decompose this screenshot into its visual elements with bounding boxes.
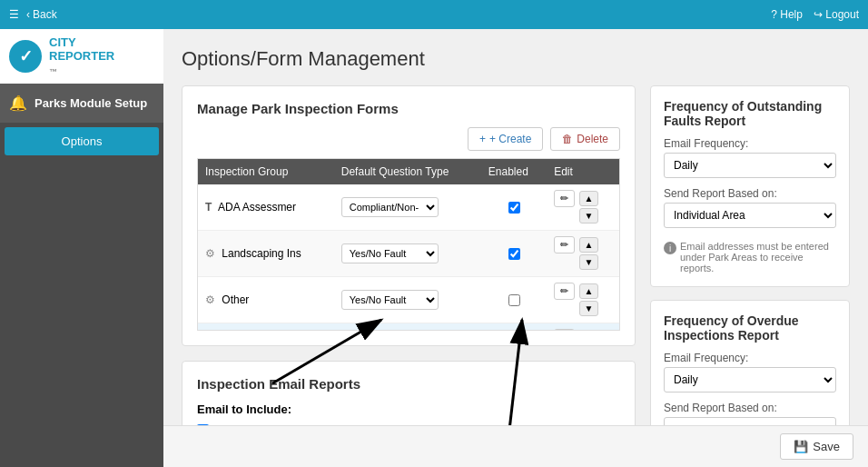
back-label: Back: [33, 8, 57, 21]
move-up-button[interactable]: ▲: [579, 237, 599, 253]
row-name: Landscaping Ins: [222, 247, 301, 260]
bell-icon: 🔔: [9, 94, 27, 112]
edit-button[interactable]: ✏: [554, 283, 575, 300]
move-down-button[interactable]: ▼: [579, 301, 599, 316]
help-icon: ?: [771, 8, 777, 21]
enabled-checkbox[interactable]: [508, 202, 520, 214]
delete-button[interactable]: 🗑 Delete: [550, 127, 620, 151]
move-buttons: ▲ ▼: [578, 236, 600, 271]
help-button[interactable]: ? Help: [771, 8, 803, 21]
freq2-email-label: Email Frequency:: [664, 352, 836, 364]
freq1-note: i Email addresses must be entered under …: [664, 241, 836, 273]
enabled-cell: [488, 248, 539, 260]
edit-button[interactable]: ✏: [554, 329, 575, 331]
type-icon-gear: ⚙: [205, 247, 215, 260]
info-icon: i: [664, 242, 676, 254]
sidebar-item-options[interactable]: Options: [5, 127, 159, 155]
page-title: Options/Form Management: [182, 47, 850, 71]
freq2-send-label: Send Report Based on:: [664, 402, 836, 414]
table-row: T ADA Assessmer Compliant/Non- Yes/No Fa…: [198, 184, 619, 231]
main-content: Manage Park Inspection Forms + + Create …: [182, 85, 636, 467]
enabled-cell: [488, 294, 539, 306]
logo-text: CITY REPORTER ™: [49, 35, 114, 78]
col-enabled: Enabled: [481, 159, 547, 184]
freq1-title: Frequency of Outstanding Faults Report: [664, 99, 836, 128]
col-type: Default Question Type: [334, 159, 481, 184]
logout-icon: ↪: [814, 8, 823, 21]
type-icon-T: T: [205, 201, 212, 214]
top-bar-right: ? Help ↪ Logout: [771, 8, 859, 21]
logo-icon: ✓: [9, 40, 42, 73]
type-icon-gear: ⚙: [205, 293, 215, 306]
plus-icon: +: [479, 133, 486, 145]
col-group: Inspection Group: [198, 159, 334, 184]
chevron-left-icon: ‹: [26, 8, 30, 21]
save-label: Save: [813, 440, 840, 453]
enabled-checkbox[interactable]: [508, 248, 520, 260]
sidebar-nav: Options: [0, 123, 163, 160]
email-card-title: Inspection Email Reports: [197, 376, 620, 392]
back-button[interactable]: ‹ Back: [26, 8, 57, 21]
question-type-select[interactable]: Yes/No Fault Compliant/Non-: [341, 243, 439, 263]
email-include-label: Email to Include:: [197, 402, 620, 416]
save-icon: 💾: [794, 440, 808, 453]
row-name: ADA Assessmer: [218, 201, 296, 214]
move-up-button[interactable]: ▲: [579, 330, 599, 331]
manage-card: Manage Park Inspection Forms + + Create …: [182, 85, 636, 346]
col-edit: Edit: [547, 159, 619, 184]
move-down-button[interactable]: ▼: [579, 254, 599, 270]
table-row-new: ⚙ Yes/No Fault Compliant/Non-: [198, 323, 619, 332]
move-buttons: ▲ ▼: [578, 283, 600, 317]
freq1-send-label: Send Report Based on:: [664, 187, 836, 200]
freq2-title: Frequency of Overdue Inspections Report: [664, 313, 836, 343]
freq1-email-label: Email Frequency:: [664, 137, 836, 150]
table-row: ⚙ Landscaping Ins Yes/No Fault Compliant…: [198, 231, 619, 277]
inspection-table-wrapper: Inspection Group Default Question Type E…: [197, 158, 620, 331]
freq1-note-text: Email addresses must be entered under Pa…: [680, 241, 836, 273]
enabled-checkbox[interactable]: [508, 294, 520, 306]
question-type-select[interactable]: Compliant/Non- Yes/No Fault: [341, 197, 439, 217]
table-toolbar: + + Create 🗑 Delete: [197, 127, 620, 151]
edit-button[interactable]: ✏: [554, 236, 575, 253]
move-up-button[interactable]: ▲: [579, 283, 599, 299]
freq1-send-select[interactable]: Individual Area All Areas: [664, 203, 836, 228]
save-bar: 💾 Save: [163, 425, 868, 467]
question-type-select[interactable]: Yes/No Fault Compliant/Non-: [341, 290, 439, 310]
sidebar: ✓ CITY REPORTER ™ 🔔 Parks Module Setup O…: [0, 29, 163, 467]
move-down-button[interactable]: ▼: [579, 208, 599, 224]
edit-button[interactable]: ✏: [554, 190, 575, 207]
inspection-table: Inspection Group Default Question Type E…: [198, 159, 619, 331]
freq1-email-select[interactable]: Daily Weekly Monthly: [664, 153, 836, 178]
top-bar: ☰ ‹ Back ? Help ↪ Logout: [0, 0, 868, 29]
right-panel: Frequency of Outstanding Faults Report E…: [650, 85, 850, 467]
content-area: Options/Form Management Manage Park Insp…: [163, 29, 868, 467]
sidebar-logo: ✓ CITY REPORTER ™: [0, 29, 163, 84]
enabled-cell: [488, 202, 539, 214]
move-buttons: ▲ ▼: [578, 190, 600, 224]
manage-card-title: Manage Park Inspection Forms: [197, 101, 620, 116]
move-buttons: ▲ ▼: [578, 329, 600, 331]
sidebar-module: 🔔 Parks Module Setup: [0, 84, 163, 123]
top-bar-left: ☰ ‹ Back: [9, 8, 57, 21]
main-layout: ✓ CITY REPORTER ™ 🔔 Parks Module Setup O…: [0, 29, 868, 467]
row-name: Other: [222, 293, 249, 306]
create-button[interactable]: + + Create: [468, 127, 543, 151]
main-area: Manage Park Inspection Forms + + Create …: [182, 85, 850, 467]
table-row: ⚙ Other Yes/No Fault Compliant/Non-: [198, 277, 619, 323]
trash-icon: 🗑: [562, 133, 573, 145]
hamburger-icon[interactable]: ☰: [9, 8, 19, 21]
freq2-email-select[interactable]: Daily Weekly Monthly: [664, 367, 836, 392]
move-up-button[interactable]: ▲: [579, 191, 599, 206]
logout-button[interactable]: ↪ Logout: [814, 8, 859, 21]
frequency-card-1: Frequency of Outstanding Faults Report E…: [650, 85, 850, 287]
save-button[interactable]: 💾 Save: [780, 433, 853, 460]
